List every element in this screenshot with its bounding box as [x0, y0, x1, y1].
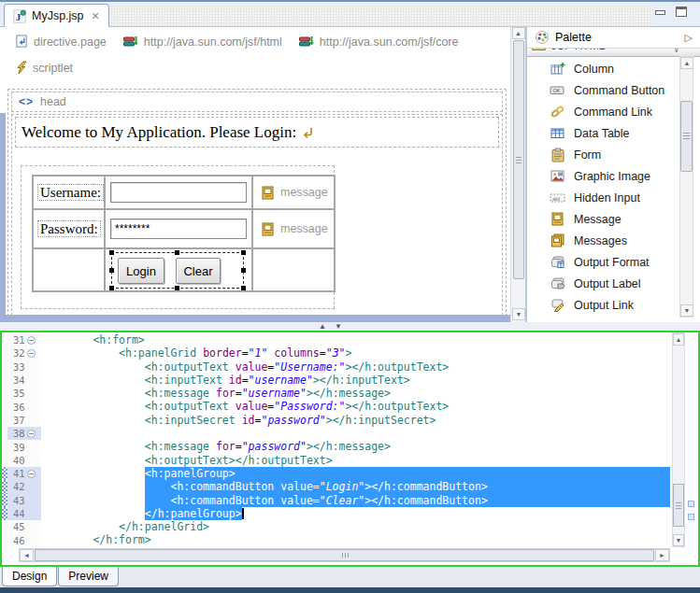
source-line[interactable]: 35 <h:message for="username"></h:message…	[2, 387, 670, 400]
source-line[interactable]: 37 <h:inputSecret id="password"></h:inpu…	[2, 414, 670, 427]
palette-item-output-link[interactable]: Output Link	[527, 294, 681, 316]
source-lines[interactable]: 31 <h:form>32 <h:panelGrid border="1" co…	[2, 333, 670, 546]
fold-minus-icon[interactable]	[27, 470, 36, 478]
scriptlet-element[interactable]: scriptlet	[15, 61, 73, 75]
resize-handle[interactable]	[175, 286, 179, 290]
output-text-username-label[interactable]: Username:	[37, 184, 104, 201]
code-text[interactable]: <h:form>	[41, 333, 670, 346]
clear-button[interactable]: Clear	[176, 258, 221, 284]
scroll-down-icon[interactable]: ▼	[512, 308, 525, 320]
source-line[interactable]: 38	[2, 427, 670, 440]
code-text[interactable]: <h:commandButton value="Login"></h:comma…	[41, 480, 670, 493]
palette-drawer-jsf-html[interactable]: JSF HTML ∨	[527, 49, 700, 57]
source-line[interactable]: 31 <h:form>	[2, 333, 670, 346]
code-text[interactable]: <h:inputText id="username"></h:inputText…	[41, 374, 670, 387]
splitter-down-icon[interactable]: ▼	[335, 322, 342, 331]
scroll-up-icon[interactable]: ▲	[512, 27, 525, 39]
fold-minus-icon[interactable]	[27, 349, 36, 358]
resize-handle[interactable]	[175, 250, 179, 255]
maximize-view-icon[interactable]	[676, 7, 687, 17]
scrollbar-thumb[interactable]	[35, 549, 654, 561]
message-icon[interactable]	[262, 186, 274, 200]
palette-item-command-link[interactable]: Command Link	[527, 101, 681, 122]
code-text[interactable]: <h:panelGroup>	[41, 467, 670, 480]
code-text[interactable]: </h:panelGroup>	[41, 507, 670, 520]
source-vertical-scrollbar[interactable]: ▲ ▼	[672, 332, 685, 547]
source-line[interactable]: 46 </h:form>	[2, 533, 670, 546]
source-horizontal-scrollbar[interactable]: ◄ ►	[19, 548, 670, 562]
source-editor[interactable]: 31 <h:form>32 <h:panelGrid border="1" co…	[0, 331, 700, 567]
resize-handle[interactable]	[241, 286, 246, 290]
password-input[interactable]	[110, 219, 247, 239]
palette-item-hidden-input[interactable]: abIHidden Input	[527, 187, 681, 208]
source-line[interactable]: 33 <h:outputText value="Username:"></h:o…	[2, 360, 670, 374]
scroll-up-icon[interactable]: ▲	[680, 57, 693, 69]
palette-item-column[interactable]: Column	[527, 58, 681, 79]
directive-element-directive-page[interactable]: directive.page	[15, 35, 107, 49]
code-text[interactable]: <h:inputSecret id="password"></h:inputSe…	[41, 414, 670, 427]
message-icon[interactable]	[262, 222, 274, 236]
head-element-box[interactable]: <> head	[11, 92, 503, 112]
code-text[interactable]: <h:outputText value="Username:"></h:outp…	[41, 360, 670, 374]
code-text[interactable]: <h:outputText></h:outputText>	[41, 454, 670, 467]
code-text[interactable]: </h:panelGrid>	[41, 520, 670, 533]
design-vertical-scrollbar[interactable]: ▲ ▼	[510, 27, 525, 322]
source-line[interactable]: 45 </h:panelGrid>	[2, 520, 670, 533]
message-placeholder[interactable]: message	[280, 222, 328, 235]
source-line[interactable]: 41 <h:panelGroup>	[2, 467, 670, 480]
tab-preview[interactable]: Preview	[58, 567, 119, 586]
sash-splitter[interactable]: ▲▼	[0, 322, 700, 331]
source-line[interactable]: 43 <h:commandButton value="Clear"></h:co…	[2, 494, 670, 507]
source-line[interactable]: 39 <h:message for="password"></h:message…	[2, 440, 670, 453]
source-line[interactable]: 40 <h:outputText></h:outputText>	[2, 454, 670, 467]
code-text[interactable]: <h:message for="username"></h:message>	[41, 387, 670, 400]
tab-design[interactable]: Design	[2, 567, 57, 586]
overview-ruler[interactable]	[686, 332, 696, 547]
editor-tab-myjsp[interactable]: J MyJsp.jsp ✕	[4, 4, 109, 27]
source-line[interactable]: 36 <h:outputText value="Password:"></h:o…	[2, 400, 670, 413]
directive-element-http-java-sun-com-jsf-core[interactable]: http://java.sun.com/jsf/core	[299, 35, 459, 49]
source-line[interactable]: 44 </h:panelGroup>	[2, 507, 670, 520]
scroll-left-icon[interactable]: ◄	[20, 549, 34, 561]
source-line[interactable]: 34 <h:inputText id="username"></h:inputT…	[2, 374, 670, 387]
login-button[interactable]: Login	[118, 258, 164, 284]
scroll-down-icon[interactable]: ▼	[680, 304, 693, 317]
resize-handle[interactable]	[241, 250, 246, 255]
close-tab-icon[interactable]: ✕	[92, 10, 100, 22]
directive-element-http-java-sun-com-jsf-html[interactable]: http://java.sun.com/jsf/html	[123, 35, 282, 49]
fold-minus-icon[interactable]	[27, 430, 36, 438]
code-text[interactable]: <h:commandButton value="Clear"></h:comma…	[41, 494, 670, 507]
design-canvas[interactable]: directive.pagehttp://java.sun.com/jsf/ht…	[0, 27, 510, 322]
minimize-view-icon[interactable]	[655, 10, 665, 15]
scrollbar-thumb[interactable]	[680, 101, 693, 172]
palette-item-message[interactable]: Message	[527, 208, 681, 230]
palette-scrollbar[interactable]: ▲ ▼	[679, 56, 693, 318]
palette-item-graphic-image[interactable]: Graphic Image	[527, 165, 681, 187]
palette-item-data-table[interactable]: Data Table	[527, 122, 681, 144]
chevron-right-icon[interactable]: ▷	[685, 32, 693, 44]
code-text[interactable]: </h:form>	[41, 533, 670, 546]
palette-item-output-format[interactable]: Output Format	[527, 251, 681, 273]
code-text[interactable]: <h:outputText value="Password:"></h:outp…	[41, 400, 670, 413]
palette-item-messages[interactable]: Messages	[527, 230, 681, 251]
selection-annotation[interactable]	[688, 501, 694, 507]
code-text[interactable]	[41, 427, 670, 440]
selection-annotation[interactable]	[688, 514, 694, 520]
source-line[interactable]: 32 <h:panelGrid border="1" columns="3">	[2, 346, 670, 360]
code-text[interactable]: <h:message for="password"></h:message>	[41, 440, 670, 453]
palette-header[interactable]: Palette ▷	[527, 27, 700, 49]
output-text-password-label[interactable]: Password:	[37, 220, 101, 237]
resize-handle[interactable]	[109, 268, 114, 273]
splitter-up-icon[interactable]: ▲	[319, 322, 326, 331]
scrollbar-thumb[interactable]	[673, 484, 684, 527]
fold-minus-icon[interactable]	[27, 336, 36, 345]
scroll-right-icon[interactable]: ►	[655, 549, 669, 561]
welcome-output-text[interactable]: Welcome to My Application. Please Login:	[15, 117, 499, 148]
resize-handle[interactable]	[109, 286, 114, 290]
palette-item-command-button[interactable]: OKCommand Button	[527, 79, 681, 101]
resize-handle[interactable]	[109, 250, 114, 255]
code-text[interactable]: <h:panelGrid border="1" columns="3">	[41, 346, 670, 360]
scrollbar-thumb[interactable]	[513, 40, 524, 279]
resize-handle[interactable]	[241, 268, 246, 273]
message-placeholder[interactable]: message	[280, 186, 328, 199]
